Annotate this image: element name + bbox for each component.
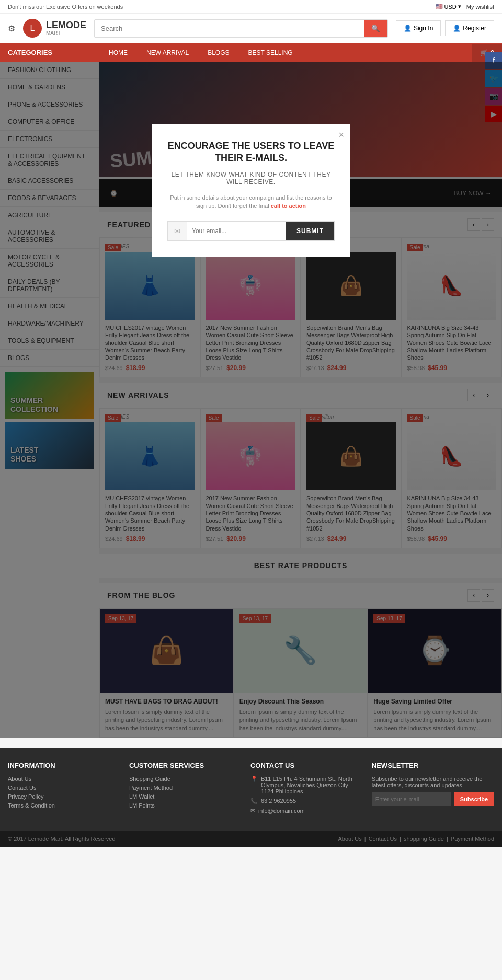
nav-best-selling[interactable]: BEST SELLING bbox=[239, 44, 302, 62]
sign-in-icon: 👤 bbox=[404, 25, 412, 32]
modal-title: ENCOURAGE THE USERS TO LEAVE THEIR E-MAI… bbox=[167, 140, 335, 165]
nav-blogs[interactable]: BLOGS bbox=[198, 44, 238, 62]
register-icon: 👤 bbox=[453, 25, 461, 32]
nav-links: HOME NEW ARRIVAL BLOGS BEST SELLING bbox=[99, 44, 302, 62]
modal: × ENCOURAGE THE USERS TO LEAVE THEIR E-M… bbox=[152, 124, 350, 257]
footer-about-us[interactable]: About Us bbox=[8, 776, 119, 782]
modal-close-button[interactable]: × bbox=[338, 130, 344, 141]
footer-bottom: © 2017 Lemode Mart. All Rights Reserved … bbox=[0, 831, 502, 847]
register-button[interactable]: 👤 Register bbox=[445, 20, 494, 36]
search-input[interactable] bbox=[95, 20, 364, 37]
footer-privacy-policy[interactable]: Privacy Policy bbox=[8, 793, 119, 800]
footer-bottom-payment[interactable]: Payment Method bbox=[451, 836, 494, 842]
footer-address: 📍 B11 L15 Ph. 4 Schumann St., North Olym… bbox=[250, 776, 361, 794]
footer-email: ✉ info@domain.com bbox=[250, 808, 361, 814]
footer-bottom-contact[interactable]: Contact Us bbox=[369, 836, 397, 842]
nav-new-arrival[interactable]: NEW ARRIVAL bbox=[137, 44, 198, 62]
footer-contact: CONTACT US 📍 B11 L15 Ph. 4 Schumann St.,… bbox=[250, 762, 361, 817]
footer-phone: 📞 63 2 9620955 bbox=[250, 798, 361, 804]
modal-subtitle: LET THEM KNOW WHAT KIND OF CONTENT THEY … bbox=[167, 171, 335, 186]
header: ⚙ L LEMODEMART 🔍 👤 Sign In 👤 Register bbox=[0, 14, 502, 43]
footer-newsletter-title: NEWSLETTER bbox=[372, 762, 494, 769]
footer-grid: INFORMATION About Us Contact Us Privacy … bbox=[8, 762, 494, 817]
logo-text: LEMODEMART bbox=[46, 20, 86, 37]
newsletter-description: Subscribe to our newsletter and receive … bbox=[372, 776, 494, 788]
footer-newsletter: NEWSLETTER Subscribe to our newsletter a… bbox=[372, 762, 494, 817]
email-footer-icon: ✉ bbox=[250, 808, 255, 814]
newsletter-input[interactable] bbox=[372, 792, 451, 806]
footer-bottom-about[interactable]: About Us bbox=[338, 836, 362, 842]
header-actions: 👤 Sign In 👤 Register bbox=[396, 20, 494, 36]
search-bar: 🔍 bbox=[94, 19, 388, 38]
newsletter-form: Subscribe bbox=[372, 792, 494, 806]
footer-payment-method[interactable]: Payment Method bbox=[129, 785, 240, 791]
footer-lm-wallet[interactable]: LM Wallet bbox=[129, 793, 240, 800]
modal-submit-button[interactable]: SUBMIT bbox=[286, 222, 334, 240]
promo-text: Don't miss our Exclusive Offers on weeke… bbox=[8, 4, 123, 10]
footer-bottom-links: About Us | Contact Us | shopping Guide |… bbox=[338, 836, 494, 842]
modal-cta-text: call to action bbox=[271, 203, 306, 209]
currency-selector[interactable]: 🇺🇸 USD ▾ bbox=[436, 3, 461, 10]
top-bar: Don't miss our Exclusive Offers on weeke… bbox=[0, 0, 502, 14]
footer-shopping-guide[interactable]: Shopping Guide bbox=[129, 776, 240, 782]
main-nav: CATEGORIES HOME NEW ARRIVAL BLOGS BEST S… bbox=[0, 43, 502, 62]
footer-contact-us[interactable]: Contact Us bbox=[8, 785, 119, 791]
modal-email-form: ✉ SUBMIT bbox=[167, 221, 335, 241]
email-icon: ✉ bbox=[168, 222, 187, 240]
phone-icon: 📞 bbox=[250, 798, 258, 804]
nav-categories-label[interactable]: CATEGORIES bbox=[0, 43, 99, 62]
footer-info-title: INFORMATION bbox=[8, 762, 119, 769]
newsletter-subscribe-button[interactable]: Subscribe bbox=[454, 792, 494, 806]
nav-home[interactable]: HOME bbox=[99, 44, 137, 62]
modal-overlay: × ENCOURAGE THE USERS TO LEAVE THEIR E-M… bbox=[99, 62, 502, 738]
modal-email-input[interactable] bbox=[187, 222, 286, 240]
sign-in-button[interactable]: 👤 Sign In bbox=[396, 20, 441, 36]
address-icon: 📍 bbox=[250, 776, 258, 782]
footer-info: INFORMATION About Us Contact Us Privacy … bbox=[8, 762, 119, 817]
top-bar-right: 🇺🇸 USD ▾ My wishlist bbox=[436, 3, 494, 10]
currency-label: USD bbox=[444, 4, 457, 10]
footer-copyright: © 2017 Lemode Mart. All Rights Reserved bbox=[8, 836, 116, 842]
footer-lm-points[interactable]: LM Points bbox=[129, 802, 240, 809]
search-button[interactable]: 🔍 bbox=[364, 20, 387, 37]
currency-dropdown-icon: ▾ bbox=[458, 3, 461, 10]
main-layout: FASHION/ CLOTHING HOME & GARDENS PHONE &… bbox=[0, 62, 502, 738]
footer-customer-title: CUSTOMER SERVICES bbox=[129, 762, 240, 769]
wishlist-link[interactable]: My wishlist bbox=[466, 4, 494, 10]
footer-customer: CUSTOMER SERVICES Shopping Guide Payment… bbox=[129, 762, 240, 817]
settings-icon[interactable]: ⚙ bbox=[8, 24, 15, 33]
logo[interactable]: L LEMODEMART bbox=[23, 19, 86, 38]
logo-icon: L bbox=[23, 19, 42, 38]
modal-body-text: Put in some details about your compaign … bbox=[167, 193, 335, 211]
currency-flag: 🇺🇸 bbox=[436, 3, 443, 10]
footer: INFORMATION About Us Contact Us Privacy … bbox=[0, 748, 502, 831]
footer-bottom-shopping-guide[interactable]: shopping Guide bbox=[404, 836, 444, 842]
content-area: SUMMER SALE × ENCOURAGE THE USERS TO LEA… bbox=[99, 62, 502, 738]
footer-terms[interactable]: Terms & Condition bbox=[8, 802, 119, 809]
footer-contact-title: CONTACT US bbox=[250, 762, 361, 769]
